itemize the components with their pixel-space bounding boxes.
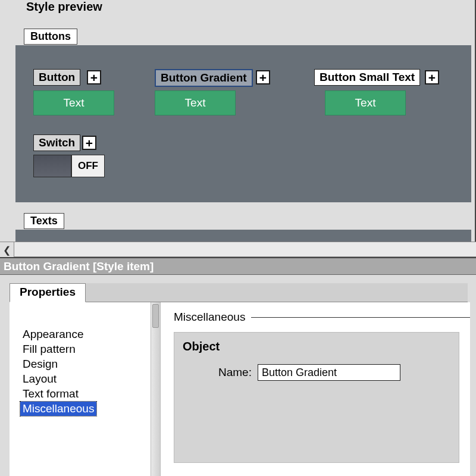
- plus-icon: +: [428, 71, 436, 84]
- editor-header: Button Gradient [Style item]: [0, 257, 476, 275]
- switch-handle: OFF: [71, 155, 105, 177]
- section-title: Miscellaneous: [174, 311, 245, 324]
- horizontal-scrollbar[interactable]: ❮: [0, 242, 476, 257]
- object-group: Object Name:: [174, 332, 459, 463]
- group-tab-buttons[interactable]: Buttons: [24, 29, 77, 45]
- category-text-format[interactable]: Text format: [20, 387, 81, 401]
- style-item-switch[interactable]: Switch: [33, 134, 80, 151]
- name-label: Name:: [218, 366, 252, 379]
- add-button-small-text[interactable]: +: [425, 70, 439, 84]
- object-group-title: Object: [183, 340, 450, 353]
- chevron-left-icon: ❮: [3, 245, 11, 256]
- category-fill-pattern[interactable]: Fill pattern: [20, 342, 78, 356]
- switch-track: [33, 155, 71, 177]
- category-miscellaneous[interactable]: Miscellaneous: [20, 402, 96, 416]
- section-rule: [251, 317, 470, 318]
- plus-icon: +: [86, 137, 93, 149]
- group-tab-texts[interactable]: Texts: [24, 213, 64, 229]
- tab-properties[interactable]: Properties: [10, 283, 86, 302]
- category-layout[interactable]: Layout: [20, 372, 59, 386]
- category-design[interactable]: Design: [20, 357, 60, 371]
- category-appearance[interactable]: Appearance: [20, 327, 86, 342]
- style-item-button[interactable]: Button: [33, 69, 80, 86]
- category-scrollbar[interactable]: [151, 302, 160, 476]
- category-list: Appearance Fill pattern Design Layout Te…: [10, 302, 161, 476]
- sample-button-gradient[interactable]: Text: [155, 90, 236, 115]
- preview-panel-buttons: Button + Text Button Gradient + Text But…: [15, 45, 471, 202]
- scroll-left-button[interactable]: ❮: [0, 242, 14, 258]
- preview-panel-texts: [15, 230, 471, 242]
- style-item-button-gradient[interactable]: Button Gradient: [155, 69, 253, 87]
- page-title: Style preview: [26, 0, 102, 14]
- sample-switch[interactable]: OFF: [33, 155, 105, 177]
- plus-icon: +: [259, 71, 267, 84]
- add-button[interactable]: +: [87, 70, 101, 84]
- style-item-button-small-text[interactable]: Button Small Text: [314, 69, 420, 86]
- properties-tabs: Properties: [10, 283, 468, 302]
- plus-icon: +: [90, 71, 98, 84]
- add-button-gradient[interactable]: +: [256, 70, 270, 84]
- scrollbar-thumb[interactable]: [152, 304, 159, 328]
- sample-button-small-text[interactable]: Text: [325, 90, 406, 115]
- add-switch[interactable]: +: [82, 136, 96, 150]
- sample-button[interactable]: Text: [33, 90, 114, 115]
- name-input[interactable]: [258, 364, 400, 381]
- editor-title: Button Gradient [Style item]: [4, 260, 154, 273]
